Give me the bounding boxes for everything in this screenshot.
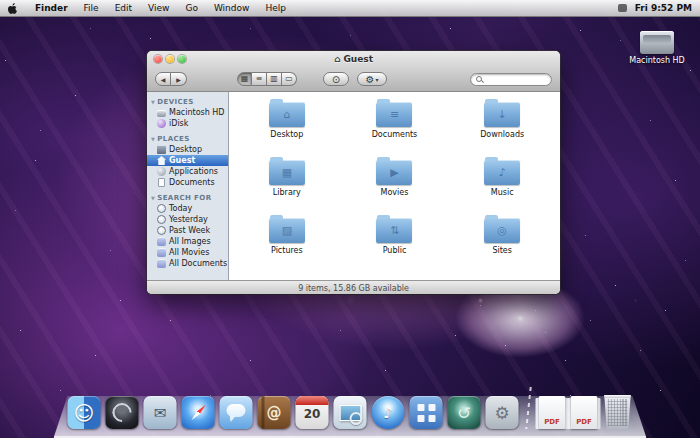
status-text: 9 items, 15.86 GB available bbox=[298, 284, 409, 293]
folder-library[interactable]: ▦Library bbox=[233, 160, 341, 218]
sidebar-item-yesterday[interactable]: Yesterday bbox=[147, 214, 228, 225]
folder-label: Library bbox=[273, 188, 301, 197]
menu-finder[interactable]: Finder bbox=[27, 0, 76, 16]
search-input[interactable] bbox=[485, 74, 546, 85]
dock-separator bbox=[525, 387, 531, 429]
disclosure-triangle-icon[interactable]: ▼ bbox=[151, 99, 155, 105]
dock-icon-stack-documents[interactable]: PDF bbox=[539, 396, 566, 429]
folder-emblem-icon: ▨ bbox=[269, 218, 305, 243]
quick-look-button[interactable] bbox=[323, 72, 349, 86]
sidebar-item-today[interactable]: Today bbox=[147, 203, 228, 214]
app-icon bbox=[157, 167, 166, 176]
sidebar-item-documents[interactable]: Documents bbox=[147, 177, 228, 188]
zoom-button[interactable] bbox=[178, 55, 186, 63]
forward-button[interactable]: ▶ bbox=[171, 72, 187, 86]
dock-icon-addressbook[interactable] bbox=[258, 396, 291, 429]
folder-sites[interactable]: ◎Sites bbox=[448, 218, 556, 276]
finder-sidebar: ▼DEVICESMacintosh HDiDisk▼PLACESDesktopG… bbox=[147, 92, 229, 280]
idisk-icon bbox=[157, 119, 166, 128]
dock-icon-ical[interactable]: 20 bbox=[296, 396, 329, 429]
menu-edit[interactable]: Edit bbox=[107, 0, 140, 16]
folder-icon: ≡ bbox=[376, 102, 412, 127]
pdf-badge-label: PDF bbox=[544, 418, 560, 426]
menu-file[interactable]: File bbox=[76, 0, 107, 16]
sidebar-header-search-for[interactable]: ▼SEARCH FOR bbox=[147, 193, 228, 203]
menu-clock[interactable]: Fri 9:52 PM bbox=[635, 3, 692, 13]
sidebar-header-devices[interactable]: ▼DEVICES bbox=[147, 97, 228, 107]
sidebar-item-label: iDisk bbox=[169, 119, 188, 128]
menu-help[interactable]: Help bbox=[257, 0, 294, 16]
folder-documents[interactable]: ≡Documents bbox=[341, 102, 449, 160]
window-toolbar: ◀ ▶ bbox=[147, 67, 560, 91]
sidebar-item-all-documents[interactable]: All Documents bbox=[147, 258, 228, 269]
search-field[interactable] bbox=[470, 73, 552, 86]
dock-icon-ichat[interactable] bbox=[220, 396, 253, 429]
sidebar-item-label: Desktop bbox=[169, 145, 202, 154]
folder-emblem-icon: ⌂ bbox=[269, 102, 305, 127]
folder-music[interactable]: ♪Music bbox=[448, 160, 556, 218]
view-list-button[interactable] bbox=[252, 72, 267, 86]
sidebar-item-all-images[interactable]: All Images bbox=[147, 236, 228, 247]
sidebar-item-past-week[interactable]: Past Week bbox=[147, 225, 228, 236]
folder-icon: ▶ bbox=[376, 160, 412, 185]
folder-movies[interactable]: ▶Movies bbox=[341, 160, 449, 218]
dock-icon-sysprefs[interactable] bbox=[486, 396, 519, 429]
desktop-volume-macintosh-hd[interactable]: Macintosh HD bbox=[624, 31, 690, 65]
dock-icon-preview[interactable] bbox=[334, 396, 367, 429]
sidebar-item-label: Past Week bbox=[169, 226, 210, 235]
window-titlebar[interactable]: ⌂Guest bbox=[147, 51, 560, 67]
apple-menu[interactable] bbox=[8, 3, 17, 14]
folder-emblem-icon: ↓ bbox=[484, 102, 520, 127]
folder-label: Desktop bbox=[270, 130, 303, 139]
menu-view[interactable]: View bbox=[140, 0, 177, 16]
sidebar-item-guest[interactable]: Guest bbox=[147, 155, 228, 166]
disclosure-triangle-icon[interactable]: ▼ bbox=[151, 195, 155, 201]
clock-icon bbox=[157, 204, 166, 213]
sidebar-item-macintosh-hd[interactable]: Macintosh HD bbox=[147, 107, 228, 118]
folder-downloads[interactable]: ↓Downloads bbox=[448, 102, 556, 160]
dock-icon-mail[interactable] bbox=[144, 396, 177, 429]
folder-emblem-icon: ▶ bbox=[376, 160, 412, 185]
folder-desktop[interactable]: ⌂Desktop bbox=[233, 102, 341, 160]
menu-window[interactable]: Window bbox=[206, 0, 258, 16]
action-menu-button[interactable] bbox=[357, 72, 387, 86]
folder-pictures[interactable]: ▨Pictures bbox=[233, 218, 341, 276]
sidebar-item-desktop[interactable]: Desktop bbox=[147, 144, 228, 155]
folder-icon: ▦ bbox=[269, 160, 305, 185]
close-button[interactable] bbox=[154, 55, 162, 63]
menu-items: FinderFileEditViewGoWindowHelp bbox=[27, 0, 294, 16]
sidebar-item-label: All Movies bbox=[169, 248, 209, 257]
view-column-button[interactable] bbox=[267, 72, 282, 86]
folder-public[interactable]: ⇅Public bbox=[341, 218, 449, 276]
dock-icon-timemachine[interactable] bbox=[448, 396, 481, 429]
menu-status-icon[interactable] bbox=[618, 4, 627, 12]
dock-icon-spaces[interactable] bbox=[410, 396, 443, 429]
dock-icon-finder[interactable] bbox=[68, 396, 101, 429]
menu-go[interactable]: Go bbox=[177, 0, 205, 16]
dock-icon-dashboard[interactable] bbox=[106, 396, 139, 429]
folder-icon: ♪ bbox=[484, 160, 520, 185]
back-button[interactable]: ◀ bbox=[155, 72, 171, 86]
dock-icon-stack-downloads[interactable]: PDF bbox=[571, 396, 598, 429]
smart-folder-icon bbox=[157, 259, 166, 268]
dock-icon-safari[interactable] bbox=[182, 396, 215, 429]
volume-label: Macintosh HD bbox=[629, 56, 684, 65]
sidebar-item-idisk[interactable]: iDisk bbox=[147, 118, 228, 129]
disclosure-triangle-icon[interactable]: ▼ bbox=[151, 136, 155, 142]
folder-label: Documents bbox=[372, 130, 418, 139]
smart-folder-icon bbox=[157, 248, 166, 257]
dock-icon-itunes[interactable] bbox=[372, 396, 405, 429]
home-proxy-icon: ⌂ bbox=[334, 54, 340, 64]
menu-extras: Fri 9:52 PM bbox=[618, 3, 692, 13]
view-coverflow-button[interactable] bbox=[282, 72, 297, 86]
sidebar-item-all-movies[interactable]: All Movies bbox=[147, 247, 228, 258]
sidebar-item-label: Applications bbox=[169, 167, 218, 176]
sidebar-item-applications[interactable]: Applications bbox=[147, 166, 228, 177]
minimize-button[interactable] bbox=[166, 55, 174, 63]
view-icon-button[interactable] bbox=[237, 72, 252, 86]
dock-icon-trash[interactable] bbox=[603, 395, 633, 429]
sidebar-section-places: ▼PLACESDesktopGuestApplicationsDocuments bbox=[147, 134, 228, 188]
sidebar-section-devices: ▼DEVICESMacintosh HDiDisk bbox=[147, 97, 228, 129]
sidebar-header-places[interactable]: ▼PLACES bbox=[147, 134, 228, 144]
sidebar-header-label: SEARCH FOR bbox=[157, 194, 211, 202]
